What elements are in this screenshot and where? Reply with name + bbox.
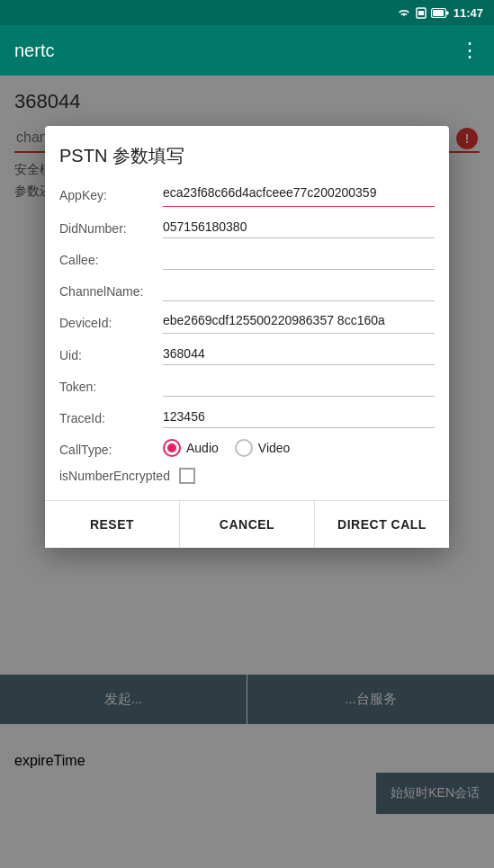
uid-input[interactable]	[163, 345, 435, 365]
dialog: PSTN 参数填写 AppKey: eca23f68c66d4acfceee77…	[45, 126, 449, 548]
sim-icon	[416, 6, 427, 19]
callee-input[interactable]	[163, 249, 435, 270]
didnumber-label: DidNumber:	[59, 218, 163, 236]
radio-group: Audio Video	[163, 439, 290, 457]
wifi-icon	[397, 7, 411, 18]
token-input[interactable]	[163, 376, 435, 397]
appkey-value: eca23f68c66d4acfceee77c200200359	[163, 184, 435, 207]
svg-rect-1	[418, 11, 424, 15]
encrypt-row: isNumberEncrypted	[59, 468, 435, 484]
dialog-title: PSTN 参数填写	[59, 144, 435, 168]
cancel-button[interactable]: CANCEL	[180, 501, 315, 548]
traceid-input[interactable]	[163, 407, 435, 428]
token-label: Token:	[59, 376, 163, 394]
deviceid-field: DeviceId: ebe2669cdf125500220986357 8cc1…	[59, 312, 435, 335]
channelname-label: ChannelName:	[59, 281, 163, 299]
deviceid-value: ebe2669cdf125500220986357 8cc160a	[163, 312, 435, 335]
didnumber-field: DidNumber:	[59, 218, 435, 238]
svg-rect-4	[446, 11, 449, 14]
traceid-label: TraceId:	[59, 407, 163, 425]
calltype-label: CallType:	[59, 439, 163, 457]
radio-video[interactable]: Video	[235, 439, 291, 457]
uid-label: Uid:	[59, 345, 163, 362]
direct-call-button[interactable]: DIRECT CALL	[315, 501, 449, 548]
radio-video-label: Video	[258, 441, 291, 455]
radio-audio[interactable]: Audio	[163, 439, 219, 457]
traceid-field: TraceId:	[59, 407, 435, 428]
deviceid-label: DeviceId:	[59, 312, 163, 330]
appkey-field: AppKey: eca23f68c66d4acfceee77c200200359	[59, 184, 435, 207]
app-title: nertc	[14, 40, 54, 61]
radio-audio-dot	[167, 443, 176, 452]
channelname-input[interactable]	[163, 281, 435, 301]
status-time: 11:47	[454, 6, 483, 20]
didnumber-input[interactable]	[163, 218, 435, 238]
encrypt-label: isNumberEncrypted	[59, 469, 170, 483]
uid-field: Uid:	[59, 345, 435, 365]
battery-icon	[431, 8, 449, 18]
status-icons: 11:47	[397, 6, 483, 20]
radio-audio-circle	[163, 439, 181, 457]
channelname-field: ChannelName:	[59, 281, 435, 301]
encrypt-checkbox[interactable]	[179, 468, 195, 484]
callee-field: Callee:	[59, 249, 435, 270]
svg-rect-3	[433, 10, 444, 16]
callee-label: Callee:	[59, 249, 163, 267]
radio-audio-label: Audio	[186, 441, 219, 455]
appkey-label: AppKey:	[59, 184, 163, 202]
reset-button[interactable]: RESET	[45, 501, 180, 548]
status-bar: 11:47	[0, 0, 494, 25]
dialog-buttons: RESET CANCEL DIRECT CALL	[45, 500, 449, 548]
app-bar: nertc ⋮	[0, 25, 494, 76]
token-field: Token:	[59, 376, 435, 397]
menu-button[interactable]: ⋮	[460, 39, 480, 62]
calltype-row: CallType: Audio Video	[59, 439, 435, 457]
radio-video-circle	[235, 439, 253, 457]
